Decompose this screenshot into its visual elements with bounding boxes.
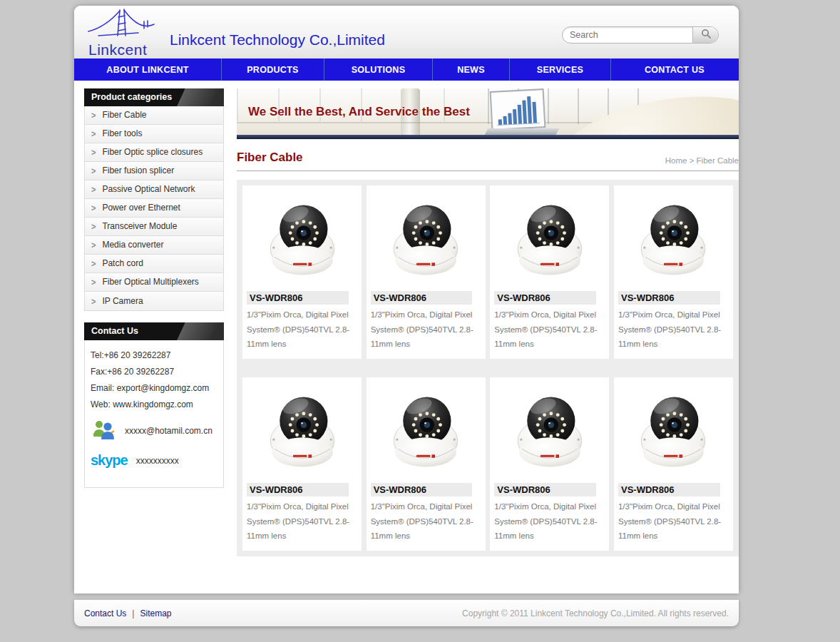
bridge-logo-icon (83, 7, 161, 43)
contact-tel: Tel:+86 20 39262287 (91, 350, 217, 360)
footer-link-sitemap[interactable]: Sitemap (140, 608, 171, 618)
dome-camera-image (262, 195, 342, 283)
footer-links: Contact Us | Sitemap (84, 608, 172, 618)
product-grid: VS-WDR806 1/3"Pixim Orca, Digital Pixel … (237, 180, 739, 556)
product-card: VS-WDR806 1/3"Pixim Orca, Digital Pixel … (614, 185, 733, 359)
banner-laptop-screen (490, 88, 546, 131)
site-header: Linkcent Linkcent Technology Co.,Limited (74, 6, 739, 58)
banner-slogan: We Sell the Best, And Service the Best (248, 105, 470, 119)
nav-item-solutions[interactable]: SOLUTIONS (324, 58, 433, 81)
sidebar-item-media-converter[interactable]: > Media converter (85, 236, 223, 255)
site-footer: Contact Us | Sitemap Copyright © 2011 Li… (74, 599, 739, 626)
nav-item-services[interactable]: SERVICES (510, 58, 611, 81)
product-image[interactable] (618, 189, 729, 289)
product-card: VS-WDR806 1/3"Pixim Orca, Digital Pixel … (367, 377, 486, 551)
dome-camera-image (386, 387, 466, 475)
sidebar-item-fiber-optical-multiplexers[interactable]: > Fiber Optical Multiplexers (85, 273, 223, 292)
product-image[interactable] (494, 189, 605, 289)
product-description: 1/3"Pixim Orca, Digital Pixel System® (D… (247, 307, 357, 352)
product-image[interactable] (247, 381, 357, 481)
logo-wordmark: Linkcent (88, 41, 147, 58)
product-name[interactable]: VS-WDR806 (618, 291, 720, 305)
contact-box: Tel:+86 20 39262287 Fax:+86 20 39262287 … (84, 340, 224, 488)
product-description: 1/3"Pixim Orca, Digital Pixel System® (D… (247, 499, 357, 544)
nav-item-products[interactable]: PRODUCTS (222, 58, 324, 81)
product-description: 1/3"Pixim Orca, Digital Pixel System® (D… (371, 499, 481, 544)
product-name[interactable]: VS-WDR806 (618, 483, 720, 496)
product-name[interactable]: VS-WDR806 (371, 291, 473, 305)
contact-us-header: Contact Us (84, 322, 224, 340)
banner-bottom-strip (237, 135, 739, 139)
search-button[interactable] (692, 27, 718, 43)
search-input[interactable] (563, 27, 692, 43)
sidebar-item-ip-camera[interactable]: > IP Camera (85, 292, 223, 310)
footer-link-contact-us[interactable]: Contact Us (84, 608, 126, 618)
sidebar-item-fiber-tools[interactable]: > Fiber tools (85, 125, 223, 143)
product-description: 1/3"Pixim Orca, Digital Pixel System® (D… (618, 499, 729, 544)
product-description: 1/3"Pixim Orca, Digital Pixel System® (D… (494, 499, 605, 544)
sidebar: Product categories > Fiber Cable > Fiber… (84, 88, 224, 488)
title-bar: Fiber Cable Home > Fiber Cable (237, 151, 739, 171)
page: Linkcent Linkcent Technology Co.,Limited… (0, 0, 840, 642)
product-image[interactable] (371, 189, 481, 289)
skype-row: skype xxxxxxxxxx (91, 452, 217, 469)
contact-fax: Fax:+86 20 39262287 (91, 367, 217, 377)
dome-camera-image (510, 195, 590, 283)
skype-address[interactable]: xxxxxxxxxx (136, 456, 179, 466)
product-card: VS-WDR806 1/3"Pixim Orca, Digital Pixel … (490, 377, 609, 551)
msn-messenger-icon (91, 418, 116, 444)
chevron-right-icon: > (91, 290, 96, 312)
dome-camera-image (633, 195, 713, 283)
company-name: Linkcent Technology Co.,Limited (170, 31, 385, 49)
dome-camera-image (510, 387, 590, 475)
product-card: VS-WDR806 1/3"Pixim Orca, Digital Pixel … (614, 377, 733, 551)
product-description: 1/3"Pixim Orca, Digital Pixel System® (D… (371, 307, 481, 352)
dome-camera-image (386, 195, 466, 283)
main-nav: ABOUT LINKCENT PRODUCTS SOLUTIONS NEWS S… (74, 58, 739, 81)
breadcrumb-home-link[interactable]: Home (665, 156, 687, 165)
product-name[interactable]: VS-WDR806 (494, 291, 596, 305)
chevron-right-icon: > (91, 272, 96, 293)
product-card: VS-WDR806 1/3"Pixim Orca, Digital Pixel … (242, 185, 362, 359)
nav-item-news[interactable]: NEWS (433, 58, 510, 81)
product-name[interactable]: VS-WDR806 (371, 483, 473, 496)
hero-banner: We Sell the Best, And Service the Best (237, 88, 739, 139)
product-description: 1/3"Pixim Orca, Digital Pixel System® (D… (618, 307, 729, 352)
product-categories-header: Product categories (84, 88, 224, 106)
product-image[interactable] (247, 189, 357, 289)
search-box (562, 26, 719, 44)
product-name[interactable]: VS-WDR806 (247, 291, 349, 305)
breadcrumb: Home > Fiber Cable (665, 156, 739, 165)
sidebar-item-fiber-optic-splice-closures[interactable]: > Fiber Optic splice closures (85, 143, 223, 162)
bar-chart-icon (491, 90, 545, 129)
skype-icon: skype (91, 452, 128, 469)
category-list: > Fiber Cable > Fiber tools > Fiber Opti… (84, 106, 224, 311)
copyright-text: Copyright © 2011 Linkcent Technology Co.… (462, 608, 729, 618)
sidebar-item-fiber-cable[interactable]: > Fiber Cable (85, 106, 223, 125)
msn-address[interactable]: xxxxx@hotamil.com.cn (125, 426, 212, 436)
msn-row: xxxxx@hotamil.com.cn (91, 418, 217, 444)
dome-camera-image (262, 387, 342, 475)
sidebar-item-transceiver-module[interactable]: > Transceiver Module (85, 218, 223, 236)
product-image[interactable] (494, 381, 605, 481)
company-logo[interactable]: Linkcent (83, 7, 161, 58)
product-card: VS-WDR806 1/3"Pixim Orca, Digital Pixel … (242, 377, 362, 551)
sidebar-item-passive-optical-network[interactable]: > Passive Optical Network (85, 180, 223, 199)
product-card: VS-WDR806 1/3"Pixim Orca, Digital Pixel … (367, 185, 486, 359)
sidebar-item-fiber-fusion-splicer[interactable]: > Fiber fusion splicer (85, 162, 223, 180)
breadcrumb-current: Fiber Cable (697, 156, 739, 165)
dome-camera-image (633, 387, 713, 475)
product-card: VS-WDR806 1/3"Pixim Orca, Digital Pixel … (490, 185, 609, 359)
page-body: Product categories > Fiber Cable > Fiber… (74, 81, 739, 556)
search-icon (700, 28, 712, 42)
contact-email: Email: export@kingdomgz.com (91, 383, 217, 393)
sidebar-item-power-over-ethernet[interactable]: > Power over Ethernet (85, 199, 223, 218)
product-image[interactable] (618, 381, 729, 481)
footer-link-separator: | (132, 608, 134, 618)
product-name[interactable]: VS-WDR806 (494, 483, 596, 496)
product-image[interactable] (371, 381, 481, 481)
nav-item-about-linkcent[interactable]: ABOUT LINKCENT (74, 58, 222, 81)
nav-item-contact-us[interactable]: CONTACT US (611, 58, 738, 81)
product-name[interactable]: VS-WDR806 (247, 483, 349, 496)
sidebar-item-patch-cord[interactable]: > Patch cord (85, 255, 223, 273)
